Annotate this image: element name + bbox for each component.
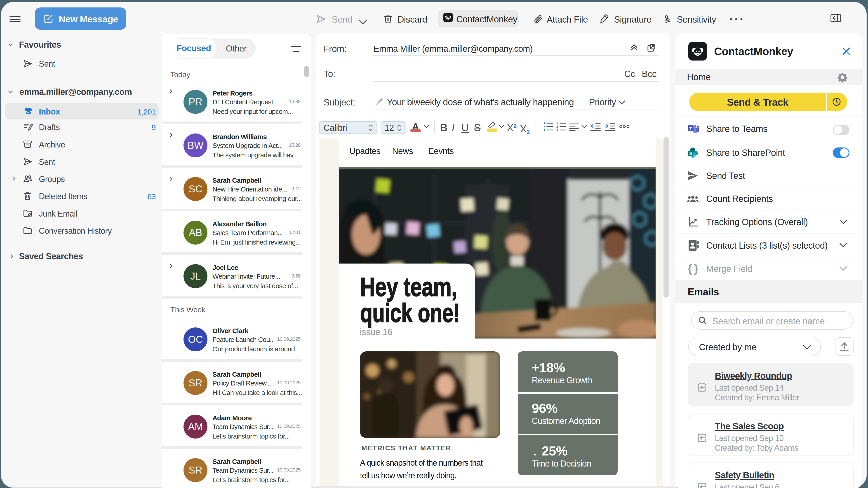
svg-text:1: 1	[556, 122, 558, 125]
svg-text:3: 3	[556, 128, 558, 131]
svg-text:S: S	[689, 151, 692, 156]
svg-text:2: 2	[556, 125, 558, 128]
svg-text:T: T	[689, 126, 692, 131]
